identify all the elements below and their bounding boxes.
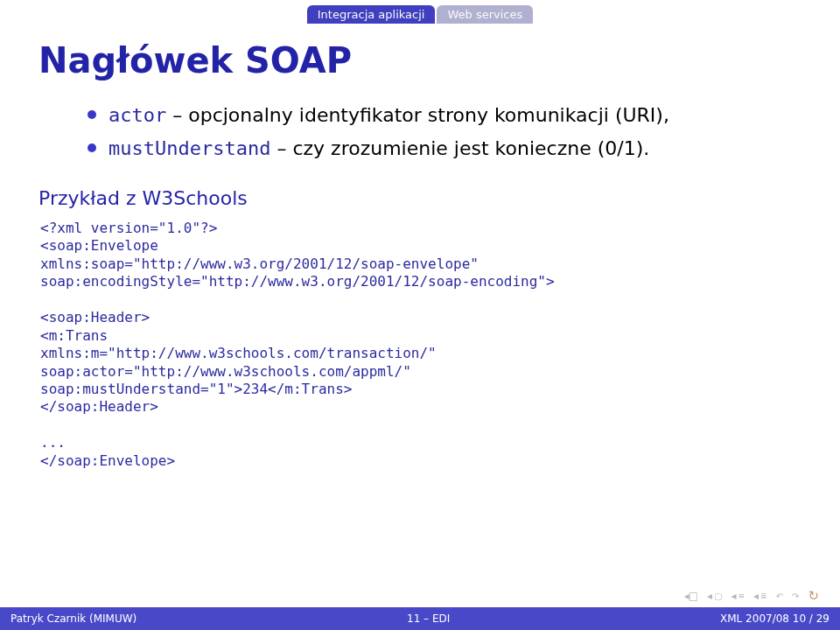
- tab-bar: Integracja aplikacji Web services: [0, 5, 840, 24]
- list-item: actor – opcjonalny identyfikator strony …: [88, 102, 802, 130]
- nav-forward-icon[interactable]: ↷: [792, 592, 799, 601]
- nav-next-icon[interactable]: ◂≣: [753, 590, 767, 602]
- slide-content: Nagłówek SOAP actor – opcjonalny identyf…: [38, 40, 802, 590]
- list-item: mustUnderstand – czy zrozumienie jest ko…: [88, 135, 802, 163]
- footer-bar: Patryk Czarnik (MIMUW) 11 – EDI XML 2007…: [0, 607, 840, 630]
- code-term: actor: [108, 104, 166, 126]
- nav-refresh-icon[interactable]: ↻: [808, 588, 819, 604]
- bullet-icon: [88, 144, 96, 152]
- footer-title: 11 – EDI: [136, 612, 720, 625]
- example-heading: Przykład z W3Schools: [38, 187, 802, 209]
- tab-active: Integracja aplikacji: [307, 5, 436, 24]
- footer-page: XML 2007/08 10 / 29: [720, 612, 830, 625]
- bullet-list: actor – opcjonalny identyfikator strony …: [88, 102, 802, 163]
- footer-author: Patryk Czarnik (MIMUW): [10, 612, 136, 625]
- code-term: mustUnderstand: [108, 137, 270, 159]
- bullet-text: – opcjonalny identyfikator strony komuni…: [166, 104, 669, 126]
- nav-back-icon[interactable]: ↶: [776, 592, 783, 601]
- nav-first-icon[interactable]: ◂□: [684, 590, 698, 602]
- nav-prev-icon[interactable]: ◂▢: [707, 590, 722, 602]
- page-title: Nagłówek SOAP: [38, 40, 802, 80]
- nav-icons: ◂□ ◂▢ ◂≡ ◂≣ ↶ ↷ ↻: [684, 588, 819, 604]
- tab-inactive: Web services: [437, 5, 533, 24]
- bullet-text: – czy zrozumienie jest konieczne (0/1).: [270, 137, 649, 159]
- nav-up-icon[interactable]: ◂≡: [731, 590, 745, 602]
- code-block: <?xml version="1.0"?> <soap:Envelope xml…: [40, 220, 802, 471]
- bullet-icon: [88, 110, 96, 119]
